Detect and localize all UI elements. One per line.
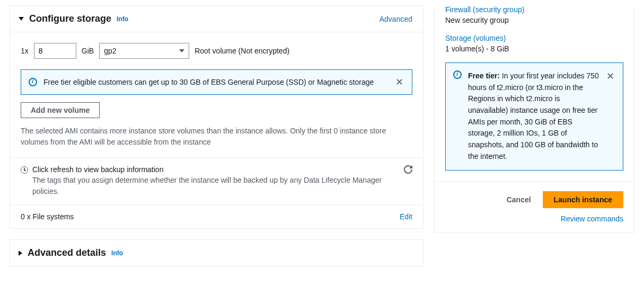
storage-heading-link[interactable]: Storage (volumes) [445,34,623,42]
clock-icon [21,166,28,174]
chevron-right-icon [19,251,22,256]
file-systems-row: 0 x File systems Edit [10,204,423,228]
firewall-value: New security group [445,16,623,24]
configure-storage-panel: Configure storage Info Advanced 1x GiB g… [10,5,424,229]
free-tier-summary-alert: Free tier: In your first year includes 7… [445,62,623,171]
volume-unit: GiB [82,47,94,55]
summary-panel: Firewall (security group) New security g… [434,5,634,233]
advanced-link[interactable]: Advanced [380,15,412,23]
summary-storage-group: Storage (volumes) 1 volume(s) - 8 GiB [445,34,623,53]
alert-message: Free tier eligible customers can get up … [43,78,388,86]
volume-type-value: gp2 [104,47,116,55]
firewall-heading-link[interactable]: Firewall (security group) [445,5,623,14]
info-icon [29,78,37,86]
volume-type-select[interactable]: gp2 [99,43,189,59]
chevron-down-icon [179,49,184,52]
configure-storage-title: Configure storage [29,13,111,24]
ami-store-volumes-note: The selected AMI contains more instance … [21,126,412,148]
cancel-button[interactable]: Cancel [507,195,531,204]
free-tier-storage-alert: Free tier eligible customers can get up … [21,69,412,95]
chevron-down-icon [19,17,24,21]
advanced-details-info-link[interactable]: Info [111,249,123,257]
quantity-prefix: 1x [21,47,29,55]
file-systems-count: 0 x File systems [21,212,74,221]
free-tier-text: In your first year includes 750 hours of… [468,71,599,160]
advanced-details-panel: Advanced details Info [10,239,424,266]
launch-instance-button[interactable]: Launch instance [543,191,623,208]
storage-value: 1 volume(s) - 8 GiB [445,44,623,53]
refresh-headline: Click refresh to view backup information [32,165,400,174]
advanced-details-header[interactable]: Advanced details Info [10,240,423,266]
free-tier-bold: Free tier: [468,71,500,80]
root-volume-row: 1x GiB gp2 Root volume (Not encrypted) [21,32,412,69]
close-icon[interactable]: ✕ [394,76,404,88]
close-icon[interactable]: ✕ [605,70,615,82]
configure-storage-info-link[interactable]: Info [117,15,128,23]
summary-firewall-group: Firewall (security group) New security g… [445,5,623,24]
root-volume-desc: Root volume (Not encrypted) [195,47,289,55]
refresh-note: The tags that you assign determine wheth… [32,175,400,197]
review-commands-link[interactable]: Review commands [445,214,623,223]
advanced-details-title: Advanced details [28,247,106,258]
configure-storage-header[interactable]: Configure storage Info Advanced [10,6,423,32]
volume-size-input[interactable] [34,43,76,59]
backup-info-section: Click refresh to view backup information… [10,157,423,204]
add-new-volume-button[interactable]: Add new volume [21,102,100,118]
file-systems-edit-link[interactable]: Edit [400,212,412,221]
info-icon [453,70,462,79]
summary-footer: Cancel Launch instance Review commands [435,181,634,233]
refresh-icon[interactable] [404,165,412,175]
